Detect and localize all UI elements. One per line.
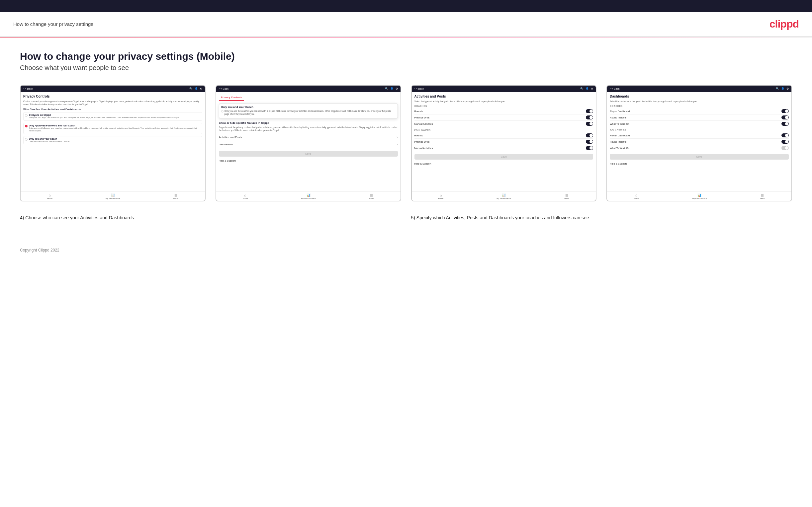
menu-link-dashboards[interactable]: Dashboards ›	[219, 141, 398, 148]
menu-label-3: Menu	[564, 198, 569, 200]
toggle-followers-drills[interactable]: Practice Drills	[414, 139, 594, 145]
coaches-player-dash-toggle[interactable]	[781, 109, 789, 113]
mockup3-back[interactable]: ‹ < Back	[414, 87, 424, 90]
radio-label-2: Only Approved Followers and Your Coach	[29, 124, 201, 127]
mockup1-nav-menu[interactable]: ☰ Menu	[173, 193, 179, 200]
mockup2-icons: 🔍 👤 ⚙	[385, 87, 398, 90]
mockup3-icons: 🔍 👤 ⚙	[580, 87, 593, 90]
toggle-followers-what-to-work[interactable]: What To Work On	[610, 145, 789, 151]
toggle-followers-manual[interactable]: Manual Activities	[414, 145, 594, 151]
mockup3-nav-performance[interactable]: 📊 My Performance	[497, 193, 511, 200]
search-icon-4[interactable]: 🔍	[776, 87, 779, 90]
mockup3-content: Activities and Posts Select the types of…	[412, 92, 596, 191]
toggle-coaches-manual[interactable]: Manual Activities	[414, 121, 594, 127]
followers-manual-toggle[interactable]	[586, 146, 593, 150]
toggle-followers-rounds[interactable]: Rounds	[414, 132, 594, 139]
toggle-coaches-what-to-work[interactable]: What To Work On	[610, 121, 789, 127]
home-label: Home	[47, 198, 52, 200]
person-icon-2[interactable]: 👤	[390, 87, 394, 90]
mockup2-back[interactable]: ‹ < Back	[219, 87, 229, 90]
person-icon[interactable]: 👤	[195, 87, 198, 90]
mockup3-title: Activities and Posts	[414, 95, 594, 98]
mockup4-nav-menu[interactable]: ☰ Menu	[760, 193, 765, 200]
tab-privacy-controls[interactable]: Privacy Controls	[219, 95, 244, 101]
toggle-followers-player-dash[interactable]: Player Dashboard	[610, 132, 789, 139]
coaches-manual-toggle[interactable]	[586, 122, 593, 126]
followers-rounds-label: Rounds	[414, 134, 423, 137]
mockup4-nav-performance[interactable]: 📊 My Performance	[692, 193, 707, 200]
mockup2-save-button[interactable]: Save	[219, 151, 398, 157]
radio-option-3[interactable]: Only You and Your Coach Only you and the…	[23, 136, 202, 145]
search-icon-3[interactable]: 🔍	[580, 87, 583, 90]
home-label-4: Home	[633, 198, 639, 200]
radio-content-2: Only Approved Followers and Your Coach O…	[29, 124, 201, 132]
coaches-round-insights-toggle[interactable]	[781, 115, 789, 119]
mockup2-tabs: Privacy Controls	[219, 95, 398, 101]
mockup4-bottom-nav: ⌂ Home 📊 My Performance ☰ Menu	[607, 191, 792, 201]
chevron-icon-dashboards: ›	[397, 143, 398, 146]
settings-icon-4[interactable]: ⚙	[786, 87, 789, 90]
search-icon-2[interactable]: 🔍	[385, 87, 388, 90]
mockup4-content: Dashboards Select the dashboards that yo…	[607, 92, 792, 191]
mockup3-save-button[interactable]: Save	[414, 154, 594, 160]
mockup3-nav-home[interactable]: ⌂ Home	[438, 193, 443, 200]
mockup1-subtitle: Who Can See Your Activities and Dashboar…	[23, 108, 202, 111]
mockup3-nav-menu[interactable]: ☰ Menu	[564, 193, 569, 200]
chart-icon-2: 📊	[307, 193, 310, 197]
coaches-what-to-work-toggle[interactable]	[781, 122, 789, 126]
logo: clippd	[769, 18, 799, 30]
person-icon-3[interactable]: 👤	[586, 87, 589, 90]
mockup2-nav-performance[interactable]: 📊 My Performance	[301, 193, 316, 200]
coaches-rounds-toggle[interactable]	[586, 109, 593, 113]
mockup-4: ‹ < Back 🔍 👤 ⚙ Dashboards Select the das…	[606, 85, 792, 202]
followers-player-dash-label: Player Dashboard	[610, 134, 630, 137]
mockup4-back[interactable]: ‹ < Back	[610, 87, 619, 90]
mockup2-nav-home[interactable]: ⌂ Home	[243, 193, 248, 200]
toggle-coaches-drills[interactable]: Practice Drills	[414, 114, 594, 121]
mockup3-help: Help & Support	[414, 161, 594, 167]
search-icon[interactable]: 🔍	[189, 87, 193, 90]
radio-content-1: Everyone on Clippd Everyone on Clippd ca…	[29, 114, 180, 119]
followers-player-dash-toggle[interactable]	[781, 133, 789, 137]
mockup1-nav-performance[interactable]: 📊 My Performance	[106, 193, 120, 200]
menu-icon-2: ☰	[370, 193, 373, 197]
followers-what-to-work-toggle[interactable]	[781, 146, 789, 150]
followers-drills-toggle[interactable]	[586, 140, 593, 144]
radio-option-1[interactable]: Everyone on Clippd Everyone on Clippd ca…	[23, 112, 202, 121]
popup-radio	[221, 110, 223, 112]
coaches-drills-toggle[interactable]	[586, 115, 593, 119]
coaches-label-4: COACHES	[610, 105, 789, 107]
followers-rounds-toggle[interactable]	[586, 133, 593, 137]
person-icon-4[interactable]: 👤	[781, 87, 784, 90]
mockup1-back[interactable]: ‹ < Back	[23, 87, 33, 90]
followers-label-4: FOLLOWERS	[610, 129, 789, 131]
mockup1-content: Privacy Controls Control how and your da…	[20, 92, 205, 191]
toggle-coaches-player-dash[interactable]: Player Dashboard	[610, 108, 789, 114]
mockup2-nav-menu[interactable]: ☰ Menu	[369, 193, 374, 200]
mockup2-popup: Only You and Your Coach Only you and the…	[219, 103, 398, 119]
settings-icon-3[interactable]: ⚙	[591, 87, 593, 90]
toggle-coaches-round-insights[interactable]: Round Insights	[610, 114, 789, 121]
toggle-followers-round-insights[interactable]: Round Insights	[610, 139, 789, 145]
toggle-coaches-rounds[interactable]: Rounds	[414, 108, 594, 114]
settings-icon[interactable]: ⚙	[200, 87, 202, 90]
footer: Copyright Clippd 2022	[0, 241, 812, 259]
mockup-3: ‹ < Back 🔍 👤 ⚙ Activities and Posts Sele…	[411, 85, 597, 202]
menu-link-activities[interactable]: Activities and Posts ›	[219, 134, 398, 141]
radio-circle-1	[25, 114, 28, 117]
radio-label-1: Everyone on Clippd	[29, 114, 180, 116]
radio-option-2[interactable]: Only Approved Followers and Your Coach O…	[23, 123, 202, 134]
mockup1-nav-home[interactable]: ⌂ Home	[47, 193, 52, 200]
back-arrow-icon: ‹	[23, 87, 24, 90]
settings-icon-2[interactable]: ⚙	[396, 87, 398, 90]
mockup4-nav-home[interactable]: ⌂ Home	[633, 193, 639, 200]
coaches-round-insights-label: Round Insights	[610, 116, 626, 119]
back-arrow-icon-4: ‹	[610, 87, 611, 90]
mockup4-save-button[interactable]: Save	[610, 154, 789, 160]
mockup4-header: ‹ < Back 🔍 👤 ⚙	[607, 86, 792, 92]
followers-round-insights-toggle[interactable]	[781, 140, 789, 144]
mockup1-body1: Control how and your data appears to eve…	[23, 100, 202, 106]
radio-circle-3	[25, 138, 28, 141]
radio-label-3: Only You and Your Coach	[29, 138, 69, 140]
followers-round-insights-label: Round Insights	[610, 140, 626, 143]
